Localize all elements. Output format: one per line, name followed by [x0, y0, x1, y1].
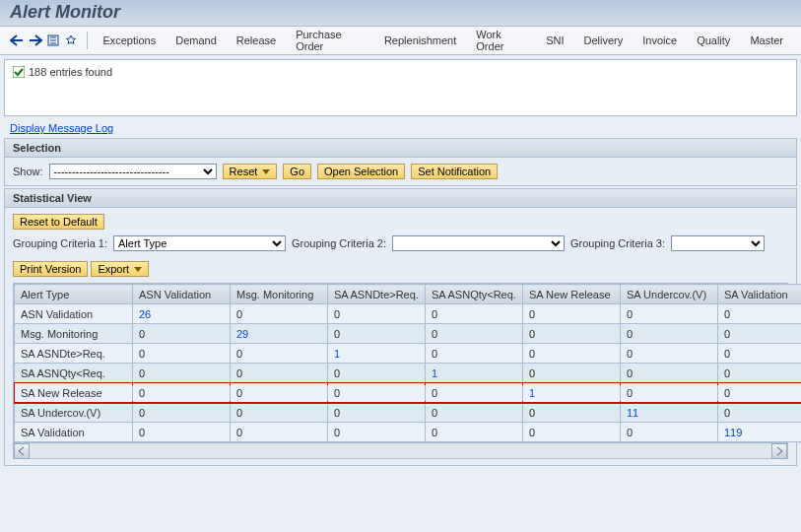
table-row: SA Validation000000119	[15, 423, 802, 442]
col-sa-asnqty[interactable]: SA ASNQty<Req.	[426, 285, 523, 304]
data-cell: 0	[523, 324, 621, 344]
back-icon[interactable]	[10, 33, 24, 48]
menu-master[interactable]: Master	[742, 33, 791, 48]
count-link[interactable]: 119	[724, 427, 742, 438]
count-link[interactable]: 26	[139, 308, 151, 320]
row-type-cell: Msg. Monitoring	[15, 324, 133, 344]
row-type-cell: ASN Validation	[15, 304, 133, 324]
table-row: SA Undercov.(V)00000110	[15, 403, 802, 423]
menu-invoice[interactable]: Invoice	[634, 33, 685, 48]
menu-exceptions[interactable]: Exceptions	[95, 33, 164, 48]
alert-table: Alert Type ASN Validation Msg. Monitorin…	[13, 283, 788, 459]
data-cell: 0	[523, 364, 621, 383]
favorites-icon[interactable]	[64, 33, 78, 48]
data-cell: 0	[328, 364, 426, 383]
export-button[interactable]: Export	[91, 261, 149, 277]
data-cell: 0	[231, 403, 328, 423]
success-icon	[13, 66, 25, 78]
row-type-cell: SA New Release	[15, 383, 133, 403]
data-cell: 0	[328, 383, 426, 403]
table-header-row: Alert Type ASN Validation Msg. Monitorin…	[15, 285, 802, 304]
data-cell: 0	[621, 344, 718, 364]
data-cell: 0	[426, 403, 523, 423]
count-link[interactable]: 29	[236, 328, 248, 340]
data-cell: 0	[621, 304, 718, 324]
gc3-label: Grouping Criteria 3:	[570, 237, 665, 249]
table-row: ASN Validation26000000	[15, 304, 802, 324]
gc1-label: Grouping Criteria 1:	[13, 237, 107, 249]
menu-demand[interactable]: Demand	[167, 33, 225, 48]
data-cell: 0	[231, 304, 328, 324]
data-cell: 0	[523, 344, 621, 364]
data-cell: 0	[718, 364, 802, 383]
menu-work-order[interactable]: Work Order	[468, 27, 534, 54]
data-cell: 0	[426, 383, 523, 403]
selection-header: Selection	[5, 139, 796, 158]
row-type-cell: SA Undercov.(V)	[15, 403, 133, 423]
menu-sni[interactable]: SNI	[538, 33, 571, 48]
data-cell: 1	[426, 364, 523, 383]
go-button[interactable]: Go	[283, 164, 311, 179]
set-notification-button[interactable]: Set Notification	[411, 164, 498, 179]
table-row: SA ASNDte>Req.0010000	[15, 344, 802, 364]
gc1-select[interactable]: Alert Type	[113, 235, 286, 251]
data-cell: 0	[328, 403, 426, 423]
reset-default-button[interactable]: Reset to Default	[13, 214, 104, 230]
selection-panel: Selection Show: ------------------------…	[4, 138, 797, 186]
menu-quality[interactable]: Quality	[689, 33, 738, 48]
history-icon[interactable]	[46, 33, 60, 48]
data-cell: 0	[133, 324, 231, 344]
data-cell: 0	[718, 344, 802, 364]
col-msg-monitoring[interactable]: Msg. Monitoring	[231, 285, 328, 304]
row-type-cell: SA ASNDte>Req.	[15, 344, 133, 364]
horizontal-scrollbar[interactable]	[14, 442, 787, 458]
data-cell: 0	[133, 403, 231, 423]
data-cell: 0	[718, 383, 802, 403]
gc3-select[interactable]	[671, 235, 765, 251]
data-cell: 0	[133, 344, 231, 364]
gc2-select[interactable]	[392, 235, 565, 251]
count-link[interactable]: 11	[627, 407, 638, 419]
scroll-right-icon[interactable]	[771, 443, 787, 459]
table-row: Msg. Monitoring02900000	[15, 324, 802, 344]
data-cell: 0	[621, 423, 718, 442]
data-cell: 0	[718, 304, 802, 324]
forward-icon[interactable]	[28, 33, 41, 48]
print-version-button[interactable]: Print Version	[13, 261, 88, 277]
data-cell: 0	[133, 383, 231, 403]
data-cell: 0	[231, 364, 328, 383]
data-cell: 0	[426, 423, 523, 442]
count-link[interactable]: 1	[529, 387, 535, 399]
display-message-log-link[interactable]: Display Message Log	[6, 120, 117, 136]
menu-release[interactable]: Release	[229, 33, 284, 48]
col-sa-undercov[interactable]: SA Undercov.(V)	[621, 285, 718, 304]
menu-delivery[interactable]: Delivery	[576, 33, 632, 48]
col-sa-validation[interactable]: SA Validation	[718, 285, 802, 304]
statistical-view-header: Statistical View	[5, 189, 796, 208]
data-cell: 0	[328, 423, 426, 442]
gc2-label: Grouping Criteria 2:	[292, 237, 386, 249]
data-cell: 119	[718, 423, 802, 442]
menu-replenishment[interactable]: Replenishment	[376, 33, 464, 48]
row-type-cell: SA Validation	[15, 423, 133, 442]
col-alert-type[interactable]: Alert Type	[15, 285, 133, 304]
col-sa-asndte[interactable]: SA ASNDte>Req.	[328, 285, 426, 304]
col-asn-validation[interactable]: ASN Validation	[133, 285, 231, 304]
data-cell: 0	[328, 304, 426, 324]
data-cell: 0	[426, 324, 523, 344]
status-area: 188 entries found	[4, 59, 797, 116]
data-cell: 0	[133, 364, 231, 383]
toolbar: Exceptions Demand Release Purchase Order…	[0, 26, 801, 55]
statistical-view-panel: Statistical View Reset to Default Groupi…	[4, 188, 797, 466]
show-select[interactable]: --------------------------------	[49, 164, 217, 179]
data-cell: 1	[523, 383, 621, 403]
scroll-left-icon[interactable]	[14, 443, 30, 459]
data-cell: 0	[718, 324, 802, 344]
reset-button[interactable]: Reset	[223, 164, 278, 179]
count-link[interactable]: 1	[432, 367, 437, 379]
count-link[interactable]: 1	[334, 348, 340, 360]
col-sa-new-release[interactable]: SA New Release	[523, 285, 621, 304]
menu-purchase-order[interactable]: Purchase Order	[288, 27, 372, 54]
data-cell: 1	[328, 344, 426, 364]
open-selection-button[interactable]: Open Selection	[317, 164, 405, 179]
